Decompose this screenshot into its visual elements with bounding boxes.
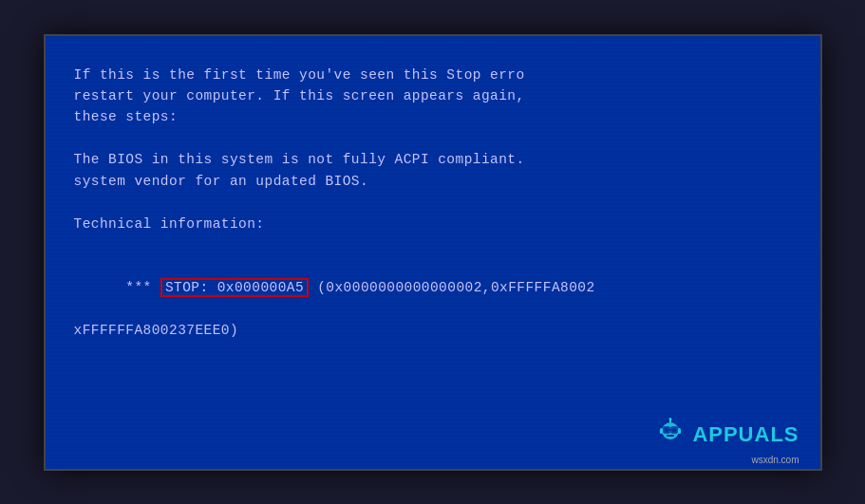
wsxdn-watermark: wsxdn.com — [751, 455, 799, 465]
bsod-screen: If this is the first time you've seen th… — [44, 34, 822, 471]
bsod-line-2: restart your computer. If this screen ap… — [74, 85, 792, 106]
watermark-container: APPUALS — [653, 418, 799, 452]
bsod-line-1: If this is the first time you've seen th… — [74, 65, 792, 85]
stop-suffix: (0x0000000000000002,0xFFFFFA8002 — [309, 280, 595, 295]
appuals-label: APPUALS — [692, 422, 799, 447]
svg-point-1 — [665, 427, 669, 432]
appuals-icon — [653, 418, 687, 452]
bsod-stop-line: *** STOP: 0x000000A5 (0x0000000000000002… — [74, 256, 792, 320]
svg-point-5 — [669, 418, 672, 420]
svg-rect-6 — [660, 428, 663, 434]
bsod-line-6: system vendor for an updated BIOS. — [74, 171, 792, 192]
bsod-line-11: xFFFFFFA800237EEE0) — [74, 320, 792, 341]
stop-prefix: *** — [125, 280, 160, 295]
appuals-logo: APPUALS — [653, 418, 799, 452]
bsod-technical-header: Technical information: — [74, 214, 792, 234]
bsod-content: If this is the first time you've seen th… — [74, 65, 792, 342]
stop-code-highlight: STOP: 0x000000A5 — [160, 278, 309, 297]
svg-rect-3 — [667, 435, 674, 437]
svg-rect-7 — [678, 428, 681, 434]
bsod-line-3: these steps: — [74, 106, 792, 127]
svg-point-2 — [672, 427, 677, 432]
bsod-line-5: The BIOS in this system is not fully ACP… — [74, 149, 792, 170]
